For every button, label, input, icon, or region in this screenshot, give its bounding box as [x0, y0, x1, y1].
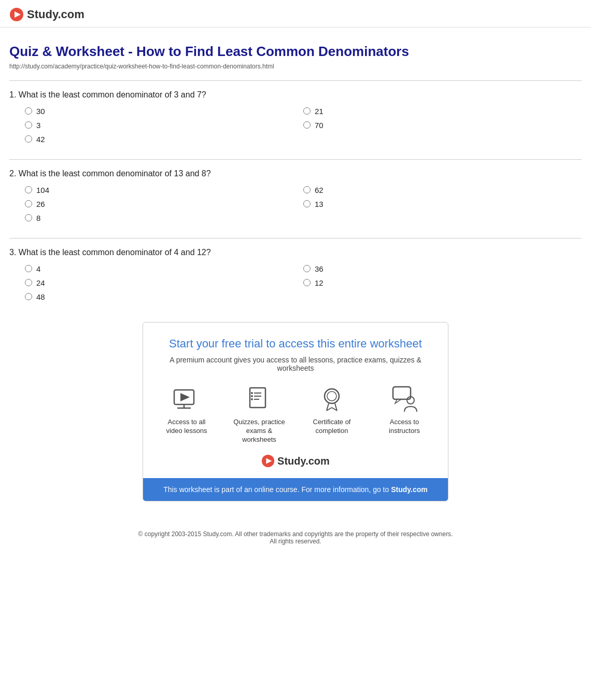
svg-marker-3	[180, 393, 190, 401]
question-1-option-42[interactable]: 42	[25, 135, 582, 144]
question-1-radio-42[interactable]	[25, 135, 32, 143]
question-2-label-8: 8	[36, 214, 40, 222]
svg-point-14	[327, 391, 336, 401]
question-1-radio-3[interactable]	[25, 121, 32, 129]
question-1-label-42: 42	[36, 135, 45, 144]
question-2-radio-26[interactable]	[25, 200, 32, 207]
question-2-label-62: 62	[315, 186, 323, 194]
page-url: http://study.com/academy/practice/quiz-w…	[9, 63, 582, 70]
question-2-option-13[interactable]: 13	[303, 200, 582, 208]
question-2-label-13: 13	[315, 200, 323, 208]
divider-top	[9, 80, 582, 81]
question-1-text: 1. What is the least common denominator …	[9, 90, 582, 100]
cta-logo-icon	[261, 454, 275, 468]
question-2-radio-104[interactable]	[25, 186, 32, 193]
logo: Study.com	[9, 7, 582, 22]
divider-q2	[9, 238, 582, 239]
divider-q1	[9, 159, 582, 160]
question-1-label-30: 30	[36, 107, 45, 116]
question-2-label-26: 26	[36, 200, 45, 208]
question-1-options: 30 21 3 70 42	[9, 107, 582, 144]
cta-feature-quizzes: Quizzes, practice exams & worksheets	[233, 385, 285, 444]
cta-footer-bar: This worksheet is part of an online cour…	[143, 478, 448, 501]
question-2-radio-8[interactable]	[25, 214, 32, 221]
question-2-option-8[interactable]: 8	[25, 214, 582, 222]
page-footer: © copyright 2003-2015 Study.com. All oth…	[0, 522, 591, 555]
question-2-option-104[interactable]: 104	[25, 186, 303, 194]
cta-title: Start your free trial to access this ent…	[159, 337, 432, 351]
cta-feature-video: Access to all video lessons	[161, 385, 213, 444]
question-3-label-48: 48	[36, 292, 45, 301]
svg-point-13	[325, 389, 339, 403]
cta-feature-certificate-text: Certificate of completion	[306, 418, 358, 436]
question-2-radio-13[interactable]	[303, 200, 311, 207]
video-icon	[172, 385, 201, 414]
question-3-radio-36[interactable]	[303, 265, 311, 272]
main-content: Quiz & Worksheet - How to Find Least Com…	[0, 27, 591, 522]
question-1-radio-30[interactable]	[25, 107, 32, 115]
question-1-label-70: 70	[315, 121, 323, 130]
question-3-text: 3. What is the least common denominator …	[9, 248, 582, 257]
question-1-option-3[interactable]: 3	[25, 121, 303, 130]
question-3-option-48[interactable]: 48	[25, 292, 582, 301]
cta-feature-certificate: Certificate of completion	[306, 385, 358, 444]
question-1-option-30[interactable]: 30	[25, 107, 303, 116]
instructor-icon	[390, 385, 419, 414]
certificate-icon	[317, 385, 346, 414]
question-1-radio-21[interactable]	[303, 107, 311, 115]
question-2-label-104: 104	[36, 186, 49, 194]
cta-footer-link[interactable]: Study.com	[391, 485, 428, 494]
question-3-label-36: 36	[315, 264, 323, 273]
question-1-option-21[interactable]: 21	[303, 107, 582, 116]
page-title: Quiz & Worksheet - How to Find Least Com…	[9, 43, 582, 61]
question-2-radio-62[interactable]	[303, 186, 311, 193]
cta-logo-text: Study.com	[277, 455, 330, 467]
cta-feature-quizzes-text: Quizzes, practice exams & worksheets	[233, 418, 285, 444]
question-3-radio-24[interactable]	[25, 279, 32, 286]
quiz-icon	[245, 385, 274, 414]
question-3-option-4[interactable]: 4	[25, 264, 303, 273]
cta-features: Access to all video lessons	[159, 385, 432, 444]
svg-point-12	[251, 398, 253, 400]
question-1-label-3: 3	[36, 121, 40, 130]
question-3-label-12: 12	[315, 278, 323, 287]
cta-feature-instructors-text: Access to instructors	[378, 418, 430, 436]
cta-box: Start your free trial to access this ent…	[143, 322, 448, 502]
cta-footer-text: This worksheet is part of an online cour…	[163, 485, 391, 494]
question-1-radio-70[interactable]	[303, 121, 311, 129]
question-3-option-24[interactable]: 24	[25, 278, 303, 287]
question-3-option-12[interactable]: 12	[303, 278, 582, 287]
svg-point-11	[251, 395, 253, 397]
question-3-radio-4[interactable]	[25, 265, 32, 272]
cta-subtitle: A premium account gives you access to al…	[159, 356, 432, 372]
logo-text: Study.com	[27, 8, 85, 21]
question-1: 1. What is the least common denominator …	[9, 90, 582, 144]
question-3-options: 4 36 24 12 48	[9, 264, 582, 301]
rights-text: All rights reserved.	[9, 538, 582, 545]
question-3-label-24: 24	[36, 278, 45, 287]
question-3-radio-12[interactable]	[303, 279, 311, 286]
cta-logo: Study.com	[159, 454, 432, 468]
question-2-option-62[interactable]: 62	[303, 186, 582, 194]
question-2-option-26[interactable]: 26	[25, 200, 303, 208]
question-2-text: 2. What is the least common denominator …	[9, 169, 582, 178]
question-3-label-4: 4	[36, 264, 40, 273]
svg-point-10	[251, 392, 253, 394]
cta-feature-video-text: Access to all video lessons	[161, 418, 213, 436]
question-1-label-21: 21	[315, 107, 323, 116]
copyright-text: © copyright 2003-2015 Study.com. All oth…	[9, 530, 582, 538]
cta-inner: Start your free trial to access this ent…	[143, 323, 448, 479]
question-2: 2. What is the least common denominator …	[9, 169, 582, 222]
svg-rect-6	[250, 388, 265, 408]
question-3-option-36[interactable]: 36	[303, 264, 582, 273]
question-1-option-70[interactable]: 70	[303, 121, 582, 130]
header: Study.com	[0, 0, 591, 27]
question-3-radio-48[interactable]	[25, 293, 32, 300]
question-3: 3. What is the least common denominator …	[9, 248, 582, 301]
question-2-options: 104 62 26 13 8	[9, 186, 582, 222]
cta-feature-instructors: Access to instructors	[378, 385, 430, 444]
study-logo-icon	[9, 7, 24, 22]
